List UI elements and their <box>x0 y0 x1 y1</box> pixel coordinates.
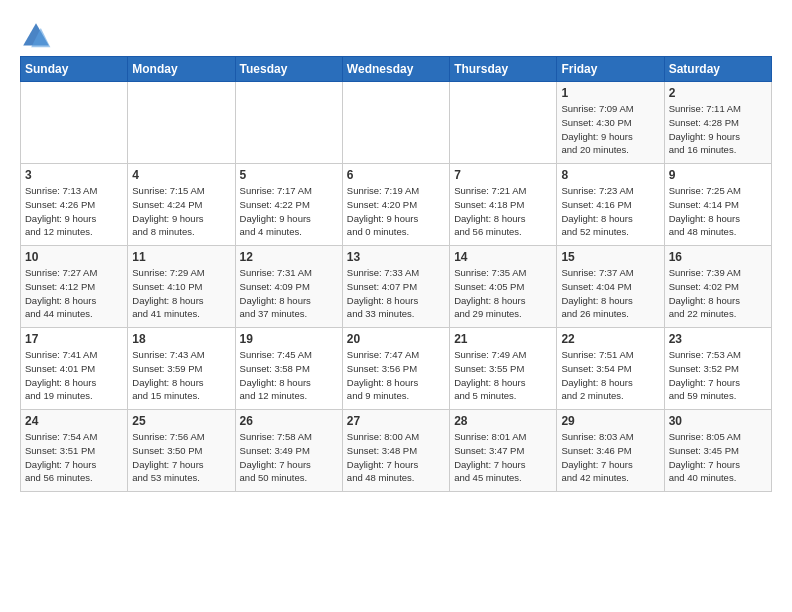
day-number: 26 <box>240 414 338 428</box>
day-detail: Sunrise: 7:58 AM Sunset: 3:49 PM Dayligh… <box>240 430 338 485</box>
calendar-cell: 10Sunrise: 7:27 AM Sunset: 4:12 PM Dayli… <box>21 246 128 328</box>
day-detail: Sunrise: 7:54 AM Sunset: 3:51 PM Dayligh… <box>25 430 123 485</box>
day-detail: Sunrise: 8:03 AM Sunset: 3:46 PM Dayligh… <box>561 430 659 485</box>
calendar-cell: 27Sunrise: 8:00 AM Sunset: 3:48 PM Dayli… <box>342 410 449 492</box>
header <box>20 16 772 52</box>
day-number: 24 <box>25 414 123 428</box>
calendar-cell: 24Sunrise: 7:54 AM Sunset: 3:51 PM Dayli… <box>21 410 128 492</box>
calendar-cell: 19Sunrise: 7:45 AM Sunset: 3:58 PM Dayli… <box>235 328 342 410</box>
calendar-cell: 3Sunrise: 7:13 AM Sunset: 4:26 PM Daylig… <box>21 164 128 246</box>
calendar-cell: 23Sunrise: 7:53 AM Sunset: 3:52 PM Dayli… <box>664 328 771 410</box>
calendar-cell: 30Sunrise: 8:05 AM Sunset: 3:45 PM Dayli… <box>664 410 771 492</box>
day-number: 30 <box>669 414 767 428</box>
calendar-cell: 1Sunrise: 7:09 AM Sunset: 4:30 PM Daylig… <box>557 82 664 164</box>
calendar-cell: 7Sunrise: 7:21 AM Sunset: 4:18 PM Daylig… <box>450 164 557 246</box>
calendar-header-row: SundayMondayTuesdayWednesdayThursdayFrid… <box>21 57 772 82</box>
day-number: 18 <box>132 332 230 346</box>
calendar-cell: 5Sunrise: 7:17 AM Sunset: 4:22 PM Daylig… <box>235 164 342 246</box>
calendar-cell: 14Sunrise: 7:35 AM Sunset: 4:05 PM Dayli… <box>450 246 557 328</box>
calendar-cell: 11Sunrise: 7:29 AM Sunset: 4:10 PM Dayli… <box>128 246 235 328</box>
calendar-cell: 8Sunrise: 7:23 AM Sunset: 4:16 PM Daylig… <box>557 164 664 246</box>
calendar-cell: 4Sunrise: 7:15 AM Sunset: 4:24 PM Daylig… <box>128 164 235 246</box>
day-detail: Sunrise: 7:56 AM Sunset: 3:50 PM Dayligh… <box>132 430 230 485</box>
calendar-cell <box>235 82 342 164</box>
day-detail: Sunrise: 7:49 AM Sunset: 3:55 PM Dayligh… <box>454 348 552 403</box>
header-wednesday: Wednesday <box>342 57 449 82</box>
day-number: 1 <box>561 86 659 100</box>
day-number: 23 <box>669 332 767 346</box>
day-detail: Sunrise: 7:19 AM Sunset: 4:20 PM Dayligh… <box>347 184 445 239</box>
day-detail: Sunrise: 7:31 AM Sunset: 4:09 PM Dayligh… <box>240 266 338 321</box>
calendar-cell: 15Sunrise: 7:37 AM Sunset: 4:04 PM Dayli… <box>557 246 664 328</box>
day-number: 6 <box>347 168 445 182</box>
day-detail: Sunrise: 7:17 AM Sunset: 4:22 PM Dayligh… <box>240 184 338 239</box>
calendar-table: SundayMondayTuesdayWednesdayThursdayFrid… <box>20 56 772 492</box>
day-number: 22 <box>561 332 659 346</box>
calendar-cell: 9Sunrise: 7:25 AM Sunset: 4:14 PM Daylig… <box>664 164 771 246</box>
day-detail: Sunrise: 7:11 AM Sunset: 4:28 PM Dayligh… <box>669 102 767 157</box>
calendar-page: SundayMondayTuesdayWednesdayThursdayFrid… <box>0 0 792 502</box>
day-number: 16 <box>669 250 767 264</box>
calendar-cell: 2Sunrise: 7:11 AM Sunset: 4:28 PM Daylig… <box>664 82 771 164</box>
day-number: 2 <box>669 86 767 100</box>
day-number: 3 <box>25 168 123 182</box>
calendar-cell: 28Sunrise: 8:01 AM Sunset: 3:47 PM Dayli… <box>450 410 557 492</box>
day-number: 15 <box>561 250 659 264</box>
day-number: 12 <box>240 250 338 264</box>
day-number: 7 <box>454 168 552 182</box>
day-number: 11 <box>132 250 230 264</box>
header-monday: Monday <box>128 57 235 82</box>
calendar-cell: 20Sunrise: 7:47 AM Sunset: 3:56 PM Dayli… <box>342 328 449 410</box>
calendar-cell: 6Sunrise: 7:19 AM Sunset: 4:20 PM Daylig… <box>342 164 449 246</box>
day-number: 14 <box>454 250 552 264</box>
calendar-week-5: 24Sunrise: 7:54 AM Sunset: 3:51 PM Dayli… <box>21 410 772 492</box>
day-detail: Sunrise: 7:39 AM Sunset: 4:02 PM Dayligh… <box>669 266 767 321</box>
day-detail: Sunrise: 7:41 AM Sunset: 4:01 PM Dayligh… <box>25 348 123 403</box>
calendar-cell: 16Sunrise: 7:39 AM Sunset: 4:02 PM Dayli… <box>664 246 771 328</box>
calendar-week-1: 1Sunrise: 7:09 AM Sunset: 4:30 PM Daylig… <box>21 82 772 164</box>
day-number: 9 <box>669 168 767 182</box>
day-number: 20 <box>347 332 445 346</box>
day-detail: Sunrise: 7:09 AM Sunset: 4:30 PM Dayligh… <box>561 102 659 157</box>
day-number: 8 <box>561 168 659 182</box>
day-detail: Sunrise: 7:45 AM Sunset: 3:58 PM Dayligh… <box>240 348 338 403</box>
day-detail: Sunrise: 7:47 AM Sunset: 3:56 PM Dayligh… <box>347 348 445 403</box>
calendar-cell: 12Sunrise: 7:31 AM Sunset: 4:09 PM Dayli… <box>235 246 342 328</box>
calendar-cell: 21Sunrise: 7:49 AM Sunset: 3:55 PM Dayli… <box>450 328 557 410</box>
header-thursday: Thursday <box>450 57 557 82</box>
day-number: 10 <box>25 250 123 264</box>
day-number: 19 <box>240 332 338 346</box>
day-detail: Sunrise: 7:51 AM Sunset: 3:54 PM Dayligh… <box>561 348 659 403</box>
day-number: 4 <box>132 168 230 182</box>
day-number: 27 <box>347 414 445 428</box>
calendar-cell <box>128 82 235 164</box>
day-detail: Sunrise: 7:37 AM Sunset: 4:04 PM Dayligh… <box>561 266 659 321</box>
calendar-week-2: 3Sunrise: 7:13 AM Sunset: 4:26 PM Daylig… <box>21 164 772 246</box>
day-number: 13 <box>347 250 445 264</box>
calendar-cell: 26Sunrise: 7:58 AM Sunset: 3:49 PM Dayli… <box>235 410 342 492</box>
day-detail: Sunrise: 7:43 AM Sunset: 3:59 PM Dayligh… <box>132 348 230 403</box>
day-number: 21 <box>454 332 552 346</box>
logo-icon <box>20 20 52 52</box>
logo <box>20 20 56 52</box>
day-number: 28 <box>454 414 552 428</box>
day-number: 5 <box>240 168 338 182</box>
calendar-week-3: 10Sunrise: 7:27 AM Sunset: 4:12 PM Dayli… <box>21 246 772 328</box>
day-detail: Sunrise: 7:21 AM Sunset: 4:18 PM Dayligh… <box>454 184 552 239</box>
day-number: 25 <box>132 414 230 428</box>
calendar-cell: 22Sunrise: 7:51 AM Sunset: 3:54 PM Dayli… <box>557 328 664 410</box>
header-sunday: Sunday <box>21 57 128 82</box>
calendar-cell: 25Sunrise: 7:56 AM Sunset: 3:50 PM Dayli… <box>128 410 235 492</box>
day-detail: Sunrise: 8:01 AM Sunset: 3:47 PM Dayligh… <box>454 430 552 485</box>
header-saturday: Saturday <box>664 57 771 82</box>
day-detail: Sunrise: 8:00 AM Sunset: 3:48 PM Dayligh… <box>347 430 445 485</box>
day-detail: Sunrise: 7:35 AM Sunset: 4:05 PM Dayligh… <box>454 266 552 321</box>
calendar-cell: 17Sunrise: 7:41 AM Sunset: 4:01 PM Dayli… <box>21 328 128 410</box>
day-detail: Sunrise: 7:27 AM Sunset: 4:12 PM Dayligh… <box>25 266 123 321</box>
day-detail: Sunrise: 8:05 AM Sunset: 3:45 PM Dayligh… <box>669 430 767 485</box>
calendar-cell: 18Sunrise: 7:43 AM Sunset: 3:59 PM Dayli… <box>128 328 235 410</box>
day-detail: Sunrise: 7:53 AM Sunset: 3:52 PM Dayligh… <box>669 348 767 403</box>
day-detail: Sunrise: 7:23 AM Sunset: 4:16 PM Dayligh… <box>561 184 659 239</box>
day-detail: Sunrise: 7:13 AM Sunset: 4:26 PM Dayligh… <box>25 184 123 239</box>
calendar-cell: 29Sunrise: 8:03 AM Sunset: 3:46 PM Dayli… <box>557 410 664 492</box>
